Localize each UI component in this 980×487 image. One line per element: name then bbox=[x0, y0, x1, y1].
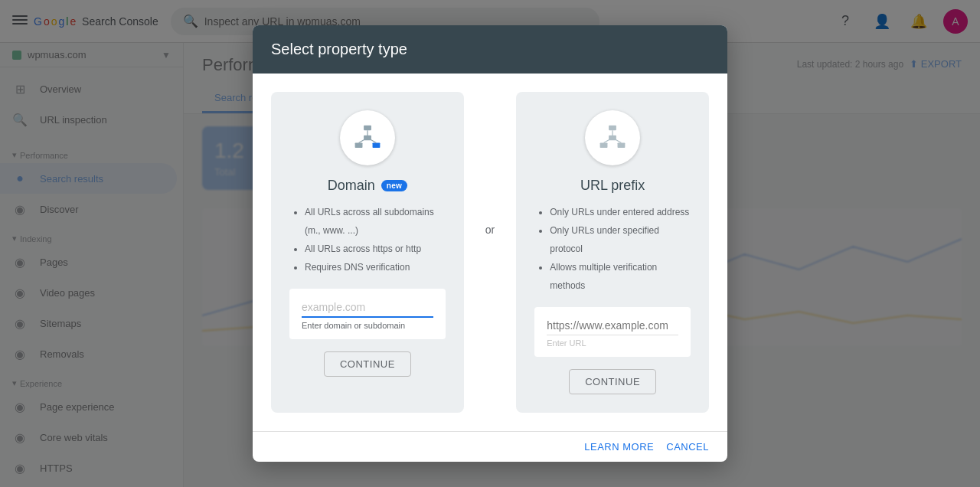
domain-feature-2: All URLs across https or http bbox=[305, 240, 446, 258]
domain-property-card: Domain new All URLs across all subdomain… bbox=[271, 92, 464, 413]
svg-rect-2 bbox=[372, 143, 380, 149]
domain-input-group: Enter domain or subdomain bbox=[289, 289, 446, 339]
url-prefix-feature-2: Only URLs under specified protocol bbox=[550, 221, 691, 258]
domain-features: All URLs across all subdomains (m., www.… bbox=[289, 203, 446, 276]
url-prefix-network-icon bbox=[597, 124, 628, 152]
url-prefix-feature-3: Allows multiple verification methods bbox=[550, 258, 691, 295]
svg-rect-9 bbox=[618, 143, 626, 149]
svg-rect-0 bbox=[364, 126, 371, 131]
svg-rect-6 bbox=[364, 136, 371, 141]
dialog-body: Domain new All URLs across all subdomain… bbox=[253, 74, 727, 431]
domain-continue-button[interactable]: CONTINUE bbox=[324, 351, 411, 377]
svg-rect-1 bbox=[355, 143, 363, 149]
dialog-title: Select property type bbox=[271, 41, 709, 58]
domain-feature-3: Requires DNS verification bbox=[305, 258, 446, 276]
url-prefix-input[interactable] bbox=[547, 316, 678, 335]
domain-input-hint: Enter domain or subdomain bbox=[302, 321, 433, 330]
domain-input[interactable] bbox=[302, 298, 433, 318]
dialog-footer: LEARN MORE CANCEL bbox=[253, 431, 727, 462]
svg-rect-7 bbox=[609, 126, 616, 131]
learn-more-link[interactable]: LEARN MORE bbox=[584, 441, 654, 453]
svg-rect-8 bbox=[600, 143, 608, 149]
dialog-header: Select property type bbox=[253, 25, 727, 74]
url-prefix-input-hint: Enter URL bbox=[547, 338, 678, 348]
url-prefix-type-name: URL prefix bbox=[580, 178, 645, 194]
cancel-link[interactable]: CANCEL bbox=[666, 441, 709, 453]
url-prefix-icon-circle bbox=[585, 110, 640, 165]
svg-rect-13 bbox=[609, 136, 616, 141]
domain-icon-circle bbox=[340, 110, 395, 165]
new-badge: new bbox=[381, 180, 407, 191]
domain-network-icon bbox=[352, 124, 383, 152]
url-prefix-features: Only URLs under entered address Only URL… bbox=[534, 203, 691, 295]
url-prefix-continue-button[interactable]: CONTINUE bbox=[569, 369, 656, 394]
url-input-group: Enter URL bbox=[534, 307, 691, 357]
or-divider: or bbox=[482, 224, 498, 236]
select-property-type-dialog: Select property type Domain bbox=[253, 25, 727, 462]
domain-type-name: Domain new bbox=[328, 178, 407, 194]
url-prefix-property-card: URL prefix Only URLs under entered addre… bbox=[516, 92, 709, 413]
url-prefix-feature-1: Only URLs under entered address bbox=[550, 203, 691, 221]
domain-feature-1: All URLs across all subdomains (m., www.… bbox=[305, 203, 446, 240]
